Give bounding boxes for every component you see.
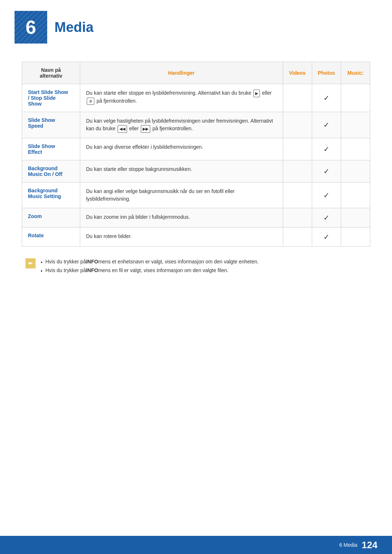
- col-header-name: Navn påalternativ: [22, 62, 80, 84]
- table-header-row: Navn påalternativ Handlinger Videos Phot…: [22, 62, 370, 84]
- row-action-7: Du kan rotere bilder.: [80, 227, 283, 246]
- note-bullets: Hvis du trykker på INFO mens et enhetsna…: [41, 258, 258, 275]
- row-music-2: [341, 112, 370, 138]
- main-table: Navn påalternativ Handlinger Videos Phot…: [22, 62, 370, 247]
- fastforward-icon: ▶▶: [141, 125, 150, 133]
- row-videos-4: [283, 160, 312, 182]
- page-footer: 6 Media 124: [0, 536, 392, 554]
- row-action-5: Du kan angi eller velge bakgrunnsmusikk …: [80, 182, 283, 208]
- row-name-5: BackgroundMusic Setting: [22, 182, 80, 208]
- row-name-4: BackgroundMusic On / Off: [22, 160, 80, 182]
- row-name-3: Slide ShowEffect: [22, 138, 80, 160]
- chapter-box: 6: [15, 11, 47, 44]
- note-item-1: Hvis du trykker på INFO mens et enhetsna…: [41, 258, 258, 266]
- col-header-music: Music:: [341, 62, 370, 84]
- col-header-photos: Photos: [312, 62, 341, 84]
- footer-page: 124: [362, 539, 377, 551]
- chapter-number: 6: [26, 16, 36, 38]
- table-row: Rotate Du kan rotere bilder.: [22, 227, 370, 246]
- row-videos-1: [283, 84, 312, 112]
- row-name-1: Start Slide Show/ Stop SlideShow: [22, 84, 80, 112]
- row-videos-6: [283, 208, 312, 227]
- row-videos-5: [283, 182, 312, 208]
- table-row: BackgroundMusic On / Off Du kan starte e…: [22, 160, 370, 182]
- footer-label: 6 Media: [339, 542, 358, 548]
- row-music-4: [341, 160, 370, 182]
- rewind-icon: ◀◀: [118, 125, 127, 133]
- row-videos-2: [283, 112, 312, 138]
- row-action-6: Du kan zoome inn på bilder i fullskjermm…: [80, 208, 283, 227]
- note-bold-2: INFO: [86, 266, 98, 274]
- play-icon: ▶: [253, 90, 260, 97]
- row-name-7: Rotate: [22, 227, 80, 246]
- row-action-3: Du kan angi diverse effekter i lysbildef…: [80, 138, 283, 160]
- chapter-title: Media: [54, 20, 94, 35]
- row-photos-3: [312, 138, 341, 160]
- row-videos-3: [283, 138, 312, 160]
- row-name-6: Zoom: [22, 208, 80, 227]
- row-music-6: [341, 208, 370, 227]
- table-row: Start Slide Show/ Stop SlideShow Du kan …: [22, 84, 370, 112]
- row-action-1: Du kan starte eller stoppe en lysbildefr…: [80, 84, 283, 112]
- col-header-action: Handlinger: [80, 62, 283, 84]
- note-icon-symbol: ✏: [28, 260, 33, 266]
- row-action-4: Du kan starte eller stoppe bakgrunnsmusi…: [80, 160, 283, 182]
- row-music-3: [341, 138, 370, 160]
- col-header-videos: Videos: [283, 62, 312, 84]
- row-photos-7: [312, 227, 341, 246]
- row-photos-2: [312, 112, 341, 138]
- table-row: Slide ShowEffect Du kan angi diverse eff…: [22, 138, 370, 160]
- pause-icon: ⏸: [87, 98, 94, 105]
- row-photos-4: [312, 160, 341, 182]
- note-icon: ✏: [25, 258, 36, 268]
- table-row: Zoom Du kan zoome inn på bilder i fullsk…: [22, 208, 370, 227]
- row-music-1: [341, 84, 370, 112]
- table-row: Slide ShowSpeed Du kan velge hastigheten…: [22, 112, 370, 138]
- note-bold-1: INFO: [86, 258, 98, 266]
- row-photos-1: [312, 84, 341, 112]
- row-photos-5: [312, 182, 341, 208]
- note-item-2: Hvis du trykker på INFO mens en fil er v…: [41, 266, 258, 275]
- content-area: Navn påalternativ Handlinger Videos Phot…: [0, 62, 392, 275]
- row-music-5: [341, 182, 370, 208]
- row-videos-7: [283, 227, 312, 246]
- row-photos-6: [312, 208, 341, 227]
- row-music-7: [341, 227, 370, 246]
- note-section: ✏ Hvis du trykker på INFO mens et enhets…: [22, 258, 370, 275]
- row-action-2: Du kan velge hastigheten på lysbildefrem…: [80, 112, 283, 138]
- row-name-2: Slide ShowSpeed: [22, 112, 80, 138]
- table-row: BackgroundMusic Setting Du kan angi elle…: [22, 182, 370, 208]
- page-header: 6 Media: [0, 0, 392, 51]
